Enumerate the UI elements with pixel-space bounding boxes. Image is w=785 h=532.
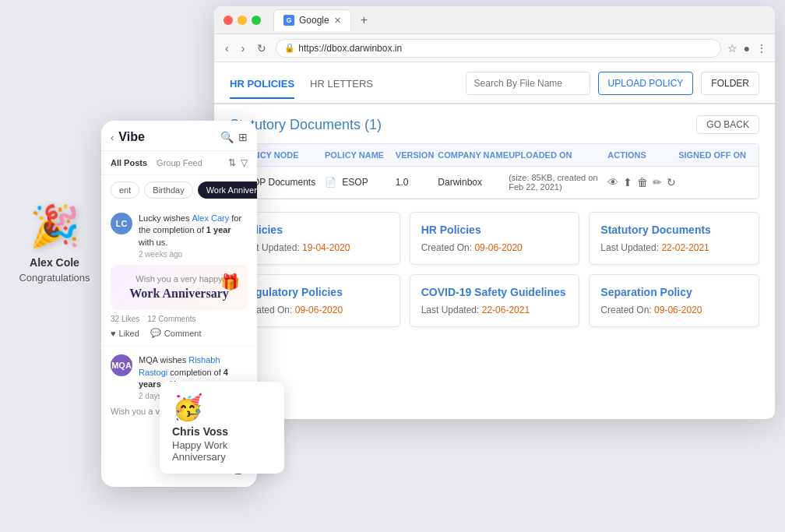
post-highlight-2: Rishabh Rastogi bbox=[139, 355, 220, 376]
tooltip-message: Happy Work Anniversary bbox=[172, 439, 272, 463]
post-likes: 32 Likes bbox=[111, 315, 139, 323]
event-buttons: ent Birthday Work Anniversary bbox=[101, 175, 257, 205]
traffic-lights bbox=[224, 16, 261, 25]
col-actions: ACTIONS bbox=[607, 150, 678, 160]
policy-cards-grid: Policies Last Updated: 19-04-2020 HR Pol… bbox=[230, 212, 759, 327]
browser-tab[interactable]: G Google ✕ bbox=[273, 9, 351, 31]
row-policy-name: 📄 ESOP bbox=[325, 177, 396, 188]
filter-icon[interactable]: ▽ bbox=[241, 157, 248, 168]
row-company: Darwinbox bbox=[438, 177, 509, 188]
nav-actions: ☆ ● ⋮ bbox=[727, 42, 767, 55]
maximize-button[interactable] bbox=[252, 16, 261, 25]
policy-card-4[interactable]: COVID-19 Safety Guidelines Last Updated:… bbox=[410, 274, 580, 327]
card-subtitle-2: Last Updated: 22-02-2021 bbox=[600, 242, 748, 253]
event-btn-ent[interactable]: ent bbox=[111, 181, 139, 199]
card-date-4: 22-06-2021 bbox=[482, 305, 530, 315]
action-icons: 👁 ⬆ 🗑 ✏ ↻ bbox=[607, 176, 678, 188]
section-header: Statutory Documents (1) GO BACK bbox=[230, 115, 759, 134]
vibe-tab-all-posts[interactable]: All Posts bbox=[111, 158, 147, 167]
comment-icon: 💬 bbox=[150, 328, 161, 338]
browser-content: HR POLICIES HR LETTERS UPLOAD POLICY FOL… bbox=[214, 62, 775, 419]
event-btn-work-anniversary[interactable]: Work Anniversary bbox=[198, 181, 257, 199]
url-text: https://dbox.darwinbox.in bbox=[298, 43, 402, 54]
card-title-4: COVID-19 Safety Guidelines bbox=[421, 286, 569, 298]
card-subtitle-5: Created On: 09-06-2020 bbox=[600, 305, 748, 315]
app-nav: HR POLICIES HR LETTERS UPLOAD POLICY FOL… bbox=[214, 62, 775, 104]
refresh-icon[interactable]: ↻ bbox=[667, 176, 676, 188]
card-date-0: 19-04-2020 bbox=[302, 242, 350, 253]
close-button[interactable] bbox=[224, 16, 233, 25]
tab-hr-letters[interactable]: HR LETTERS bbox=[310, 78, 373, 97]
post-highlight-1: Alex Cary bbox=[192, 213, 229, 223]
vibe-title: Vibe bbox=[118, 130, 216, 144]
view-icon[interactable]: 👁 bbox=[607, 176, 618, 188]
vibe-post-1: LC Lucky wishes Alex Cary for the comple… bbox=[101, 205, 257, 347]
browser-window: G Google ✕ + ‹ › ↻ 🔒 https://dbox.darwin… bbox=[214, 6, 775, 419]
tooltip-popup: 🥳 Chris Voss Happy Work Anniversary bbox=[160, 382, 284, 474]
card-date-2: 22-02-2021 bbox=[661, 242, 709, 253]
post-header-1: LC Lucky wishes Alex Cary for the comple… bbox=[111, 213, 248, 259]
tab-favicon: G bbox=[283, 15, 294, 26]
liked-button[interactable]: ♥ Liked bbox=[111, 328, 139, 338]
post-time-1: 2 weeks ago bbox=[139, 250, 248, 259]
table-header: POLICY NODE POLICY NAME VERSION COMPANY … bbox=[231, 144, 759, 167]
tab-label: Google bbox=[299, 15, 329, 26]
folder-button[interactable]: FOLDER bbox=[701, 72, 759, 95]
post-decor-icon: 🎁 bbox=[220, 273, 240, 291]
app-nav-right: UPLOAD POLICY FOLDER bbox=[466, 72, 759, 103]
upload-policy-button[interactable]: UPLOAD POLICY bbox=[598, 72, 694, 95]
address-bar[interactable]: 🔒 https://dbox.darwinbox.in bbox=[276, 39, 720, 58]
vibe-back-icon[interactable]: ‹ bbox=[111, 132, 114, 143]
browser-nav: ‹ › ↻ 🔒 https://dbox.darwinbox.in ☆ ● ⋮ bbox=[214, 34, 775, 62]
star-icon[interactable]: ☆ bbox=[727, 42, 737, 55]
card-title-5: Separation Policy bbox=[600, 286, 748, 298]
card-subtitle-1: Created On: 09-06-2020 bbox=[421, 242, 569, 253]
card-title-1: HR Policies bbox=[421, 224, 569, 236]
col-signed: SIGNED OFF ON bbox=[678, 150, 749, 160]
main-content: Statutory Documents (1) GO BACK POLICY N… bbox=[214, 104, 775, 419]
search-input[interactable] bbox=[466, 72, 590, 95]
tab-close-icon[interactable]: ✕ bbox=[334, 16, 341, 26]
alex-name: Alex Cole bbox=[0, 256, 109, 269]
heart-icon: ♥ bbox=[111, 329, 116, 338]
col-policy-name: POLICY NAME bbox=[325, 150, 396, 160]
forward-nav-icon[interactable]: › bbox=[238, 41, 248, 56]
browser-titlebar: G Google ✕ + bbox=[214, 6, 775, 34]
tab-hr-policies[interactable]: HR POLICIES bbox=[230, 78, 294, 97]
doc-icon: 📄 bbox=[325, 177, 336, 188]
card-subtitle-0: Last Updated: 19-04-2020 bbox=[241, 242, 389, 253]
comment-button[interactable]: 💬 Comment bbox=[150, 328, 202, 338]
policy-card-1[interactable]: HR Policies Created On: 09-06-2020 bbox=[410, 212, 580, 265]
documents-table: POLICY NODE POLICY NAME VERSION COMPANY … bbox=[230, 143, 759, 199]
post-comments: 12 Comments bbox=[147, 315, 195, 323]
vibe-tabs: All Posts Group Feed ⇅ ▽ bbox=[101, 151, 257, 175]
vibe-grid-icon[interactable]: ⊞ bbox=[238, 131, 248, 143]
vibe-tab-group-feed[interactable]: Group Feed bbox=[157, 158, 202, 167]
post-stats-1: 32 Likes 12 Comments bbox=[111, 315, 248, 323]
vibe-filter-icons: ⇅ ▽ bbox=[228, 157, 248, 168]
menu-icon[interactable]: ⋮ bbox=[756, 42, 767, 55]
back-nav-icon[interactable]: ‹ bbox=[222, 41, 232, 56]
reload-nav-icon[interactable]: ↻ bbox=[254, 41, 269, 56]
download-icon[interactable]: ⬆ bbox=[623, 176, 632, 188]
policy-card-2[interactable]: Statutory Documents Last Updated: 22-02-… bbox=[589, 212, 759, 265]
delete-icon[interactable]: 🗑 bbox=[637, 176, 648, 188]
vibe-search-icon[interactable]: 🔍 bbox=[220, 131, 234, 143]
card-date-3: 09-06-2020 bbox=[295, 305, 343, 315]
account-icon[interactable]: ● bbox=[744, 42, 750, 55]
card-title-0: Policies bbox=[241, 224, 389, 236]
new-tab-icon[interactable]: + bbox=[361, 13, 368, 27]
go-back-button[interactable]: GO BACK bbox=[696, 115, 759, 134]
minimize-button[interactable] bbox=[238, 16, 247, 25]
event-btn-birthday[interactable]: Birthday bbox=[144, 181, 192, 199]
card-subtitle-3: Created On: 09-06-2020 bbox=[241, 305, 389, 315]
table-row: ESOP Documents 📄 ESOP 1.0 Darwinbox (siz… bbox=[231, 167, 759, 199]
card-subtitle-4: Last Updated: 22-06-2021 bbox=[421, 305, 569, 315]
col-version: VERSION bbox=[396, 150, 438, 160]
card-date-5: 09-06-2020 bbox=[654, 305, 702, 315]
policy-card-5[interactable]: Separation Policy Created On: 09-06-2020 bbox=[589, 274, 759, 327]
edit-icon[interactable]: ✏ bbox=[653, 176, 662, 188]
card-date-1: 09-06-2020 bbox=[474, 242, 522, 253]
sort-icon[interactable]: ⇅ bbox=[228, 157, 236, 168]
post-content-1: Lucky wishes Alex Cary for the completio… bbox=[139, 213, 248, 259]
